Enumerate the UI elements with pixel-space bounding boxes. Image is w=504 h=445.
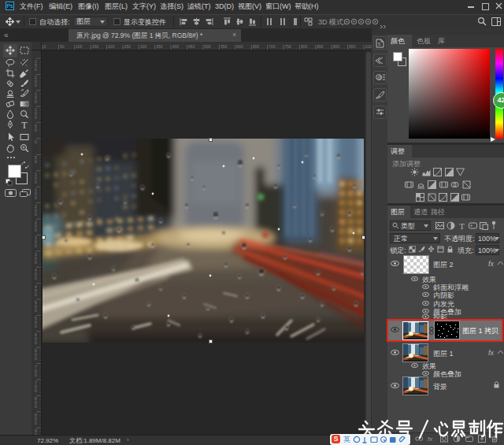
svg-text:450: 450 (188, 44, 195, 49)
svg-text:0: 0 (35, 128, 37, 132)
svg-text:0: 0 (35, 180, 37, 184)
svg-text:0: 0 (35, 212, 37, 217)
svg-text:0: 0 (35, 356, 37, 361)
svg-text:0: 0 (35, 388, 37, 393)
svg-text:500: 500 (205, 44, 212, 49)
svg-text:0: 0 (35, 292, 37, 297)
svg-text:0: 0 (35, 404, 37, 409)
svg-text:0: 0 (35, 260, 37, 265)
svg-text:5: 5 (378, 42, 381, 46)
svg-text:100: 100 (76, 44, 83, 49)
svg-text:600: 600 (236, 44, 243, 49)
svg-text:550: 550 (220, 44, 228, 49)
svg-text:@: @ (377, 75, 383, 80)
svg-text:0: 0 (35, 99, 37, 104)
svg-text:250: 250 (124, 44, 132, 49)
svg-text:0: 0 (44, 44, 46, 49)
svg-text:0: 0 (35, 324, 37, 328)
svg-text:850: 850 (317, 44, 324, 49)
svg-text:T: T (21, 120, 28, 129)
svg-text:650: 650 (253, 44, 260, 49)
svg-text:700: 700 (269, 44, 276, 49)
svg-text:0: 0 (35, 243, 37, 248)
svg-text:T: T (459, 221, 465, 230)
svg-text:400: 400 (172, 44, 180, 49)
svg-text:750: 750 (285, 44, 292, 49)
svg-text:800: 800 (301, 44, 308, 49)
svg-text:0: 0 (35, 373, 37, 377)
svg-text:0: 0 (35, 340, 37, 345)
svg-text:0: 0 (35, 159, 37, 164)
svg-text:0: 0 (35, 139, 37, 144)
svg-text:0: 0 (35, 115, 37, 120)
svg-text:0: 0 (35, 308, 37, 313)
svg-text:300: 300 (140, 44, 147, 49)
svg-text:0: 0 (35, 228, 37, 232)
svg-text:950: 950 (349, 44, 356, 49)
svg-text:900: 900 (333, 44, 340, 49)
svg-text:50: 50 (60, 44, 65, 49)
svg-text:350: 350 (156, 44, 163, 49)
svg-text:200: 200 (108, 44, 115, 49)
svg-text:0: 0 (35, 276, 37, 280)
svg-text:0: 0 (35, 83, 37, 87)
svg-text:1000: 1000 (365, 44, 372, 49)
svg-text:0: 0 (35, 67, 37, 72)
svg-text:0: 0 (35, 195, 37, 200)
svg-text:0: 0 (35, 421, 37, 425)
svg-text:150: 150 (92, 44, 99, 49)
